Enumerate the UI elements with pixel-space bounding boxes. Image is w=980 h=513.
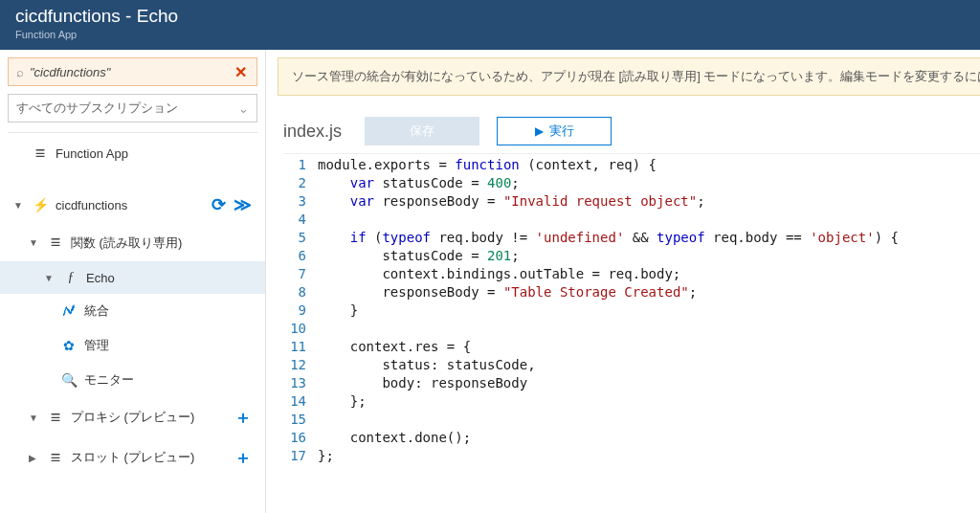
header: cicdfunctions - Echo Function App <box>0 0 980 50</box>
line-number: 5 <box>283 229 318 247</box>
line-number: 3 <box>283 192 318 211</box>
sidebar-item-label: 管理 <box>84 337 256 354</box>
chevron-right-icon: ▶ <box>29 453 42 463</box>
sidebar-item-proxy[interactable]: ▼ プロキシ (プレビュー) ＋ <box>0 397 265 437</box>
code-line[interactable]: 9 } <box>283 301 980 320</box>
editor-toolbar: index.js 保存 ▶ 実行 <box>283 117 980 145</box>
code-line[interactable]: 12 status: statusCode, <box>283 356 980 374</box>
run-button[interactable]: ▶ 実行 <box>497 117 612 145</box>
code-text: context.done(); <box>318 429 471 447</box>
list-icon <box>46 448 65 468</box>
search-icon: ⌕ <box>16 65 24 79</box>
sidebar-item-label: 統合 <box>84 302 256 320</box>
code-text: context.bindings.outTable = req.body; <box>318 265 680 283</box>
sidebar-item-label: モニター <box>84 371 256 389</box>
search-box[interactable]: ⌕ ✕ <box>8 57 257 86</box>
sidebar-item-functions[interactable]: ▼ 関数 (読み取り専用) <box>0 224 265 261</box>
save-button-label: 保存 <box>410 123 434 140</box>
code-line[interactable]: 3 var responseBody = "Invalid request ob… <box>283 192 980 211</box>
more-icon[interactable]: ≫ <box>234 194 252 215</box>
code-editor[interactable]: 1module.exports = function (context, req… <box>283 153 980 465</box>
line-number: 10 <box>283 320 318 338</box>
code-text: body: responseBody <box>318 374 527 392</box>
code-line[interactable]: 14 }; <box>283 392 980 411</box>
line-number: 12 <box>283 356 318 374</box>
subscription-dropdown[interactable]: すべてのサブスクリプション ⌄ <box>8 94 257 123</box>
code-text: }; <box>318 447 334 465</box>
line-number: 2 <box>283 174 318 192</box>
code-line[interactable]: 8 responseBody = "Table Storage Created"… <box>283 283 980 301</box>
code-text: } <box>318 301 358 320</box>
sidebar-item-function-app[interactable]: Function App <box>0 135 265 172</box>
code-line[interactable]: 5 if (typeof req.body != 'undefined' && … <box>283 229 980 247</box>
refresh-icon[interactable]: ⟳ <box>212 194 226 215</box>
save-button[interactable]: 保存 <box>365 117 479 145</box>
sidebar-item-echo[interactable]: ▼ ƒ Echo <box>0 261 265 294</box>
code-line[interactable]: 15 <box>283 411 980 429</box>
sidebar: ⌕ ✕ すべてのサブスクリプション ⌄ Function App ▼ ⚡ cic… <box>0 50 266 513</box>
line-number: 14 <box>283 392 318 411</box>
chevron-down-icon: ▼ <box>29 413 42 423</box>
line-number: 17 <box>283 447 318 465</box>
sidebar-item-label: cicdfunctions <box>56 198 212 212</box>
bolt-icon: 🗲 <box>59 303 78 319</box>
sidebar-item-app[interactable]: ▼ ⚡ cicdfunctions ⟳ ≫ <box>0 186 265 224</box>
code-line[interactable]: 13 body: responseBody <box>283 374 980 392</box>
chevron-down-icon: ▼ <box>44 273 57 283</box>
chevron-down-icon: ▼ <box>13 200 27 211</box>
code-line[interactable]: 11 context.res = { <box>283 338 980 356</box>
play-icon: ▶ <box>535 124 544 138</box>
line-number: 16 <box>283 429 318 447</box>
subscription-label: すべてのサブスクリプション <box>16 100 178 117</box>
line-number: 4 <box>283 211 318 229</box>
run-button-label: 実行 <box>549 123 574 140</box>
search-input[interactable] <box>30 65 233 79</box>
code-text: module.exports = function (context, req)… <box>318 156 657 174</box>
code-line[interactable]: 10 <box>283 320 980 338</box>
code-line[interactable]: 7 context.bindings.outTable = req.body; <box>283 265 980 283</box>
sidebar-item-monitor[interactable]: 🔍 モニター <box>0 363 265 397</box>
line-number: 7 <box>283 265 318 283</box>
list-icon <box>46 408 65 428</box>
add-icon[interactable]: ＋ <box>234 406 252 429</box>
line-number: 9 <box>283 301 318 320</box>
chevron-down-icon: ⌄ <box>238 101 249 116</box>
lightning-icon: ⚡ <box>31 197 50 212</box>
line-number: 6 <box>283 247 318 265</box>
page-title: cicdfunctions - Echo <box>15 6 965 27</box>
line-number: 15 <box>283 411 318 429</box>
filename-label: index.js <box>283 122 342 142</box>
line-number: 8 <box>283 283 318 301</box>
sidebar-item-label: 関数 (読み取り専用) <box>71 234 256 252</box>
readonly-banner: ソース管理の統合が有効になっているため、アプリが現在 [読み取り専用] モードに… <box>278 57 980 96</box>
sidebar-item-label: プロキシ (プレビュー) <box>71 409 234 426</box>
sidebar-item-integration[interactable]: 🗲 統合 <box>0 294 265 328</box>
list-icon <box>31 144 50 164</box>
code-line[interactable]: 2 var statusCode = 400; <box>283 174 980 192</box>
code-line[interactable]: 4 <box>283 211 980 229</box>
code-text: if (typeof req.body != 'undefined' && ty… <box>318 229 899 247</box>
line-number: 13 <box>283 374 318 392</box>
code-text: var responseBody = "Invalid request obje… <box>318 192 705 211</box>
sidebar-item-slot[interactable]: ▶ スロット (プレビュー) ＋ <box>0 437 265 478</box>
code-text: var statusCode = 400; <box>318 174 520 192</box>
clear-search-icon[interactable]: ✕ <box>233 63 249 81</box>
code-line[interactable]: 6 statusCode = 201; <box>283 247 980 265</box>
code-text: }; <box>318 392 367 411</box>
sidebar-item-manage[interactable]: ✿ 管理 <box>0 328 265 363</box>
code-line[interactable]: 16 context.done(); <box>283 429 980 447</box>
function-icon: ƒ <box>61 270 80 285</box>
monitor-icon: 🔍 <box>59 372 78 388</box>
code-line[interactable]: 17}; <box>283 447 980 465</box>
code-text: statusCode = 201; <box>318 247 520 265</box>
line-number: 11 <box>283 338 318 356</box>
gear-icon: ✿ <box>59 338 78 353</box>
sidebar-item-label: スロット (プレビュー) <box>71 449 234 466</box>
sidebar-item-label: Function App <box>56 146 256 161</box>
sidebar-item-label: Echo <box>86 271 256 285</box>
page-subtitle: Function App <box>15 29 965 40</box>
add-icon[interactable]: ＋ <box>234 446 252 469</box>
code-text: status: statusCode, <box>318 356 536 374</box>
code-line[interactable]: 1module.exports = function (context, req… <box>283 156 980 174</box>
chevron-down-icon: ▼ <box>29 237 42 248</box>
